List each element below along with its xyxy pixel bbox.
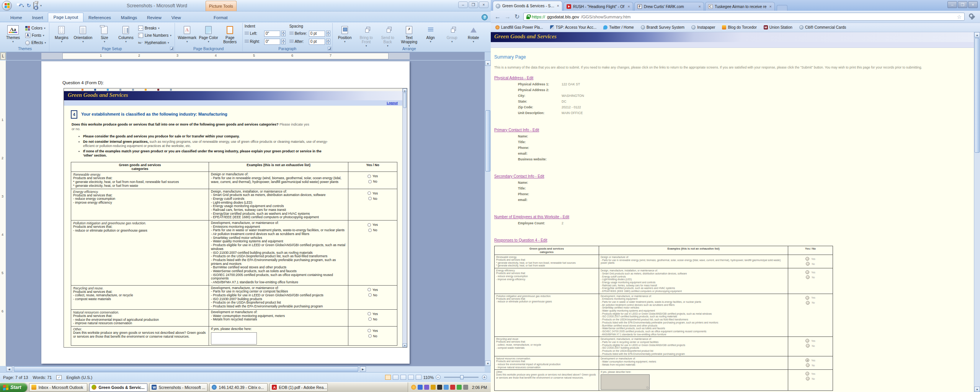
scroll-up-icon[interactable]: ▲ [403,88,407,92]
tray-reminder-icon[interactable] [411,385,416,390]
scroll-thumb[interactable] [975,38,980,153]
orientation-button[interactable]: Orientation▾ [73,24,93,45]
theme-colors-button[interactable]: Colors▾ [24,25,47,31]
bookmark-twitter[interactable]: Twitter / Home [603,25,634,29]
physical-address-edit-link[interactable]: Physical Address - Edit [494,76,533,80]
radio-no[interactable] [806,363,810,367]
radio-no[interactable] [806,301,810,305]
bookmark-instapaper[interactable]: Instapaper [691,25,715,29]
group-button[interactable]: Group▾ [442,24,462,45]
tray-lock-icon[interactable] [431,385,436,390]
radio-no[interactable] [368,180,372,183]
tab-format[interactable]: Format [209,13,232,22]
taskbar-item-word[interactable]: WScreenshots - Microsoft ... [149,383,207,392]
vertical-ruler[interactable]: 1 2 3 4 5 6 [0,60,6,366]
tab-stop-selector[interactable]: L [0,52,6,60]
text-wrapping-button[interactable]: Text Wrapping▾ [399,24,420,47]
tab-close-icon[interactable]: ✕ [627,5,630,8]
tab-tuskegee[interactable]: C Tuskegee Airman to receive re✕ [705,2,775,11]
tab-close-icon[interactable]: ✕ [557,4,559,8]
tab-page-layout[interactable]: Page Layout [48,13,83,22]
radio-no[interactable] [368,229,372,232]
themes-button[interactable]: Aa Themes▾ [3,24,23,45]
columns-button[interactable]: Columns▾ [116,24,136,45]
redo-button[interactable]: ↻ [26,3,31,8]
tab-close-icon[interactable]: ✕ [698,5,701,8]
view-outline-button[interactable] [408,375,414,380]
zoom-in-button[interactable]: + [482,375,487,380]
bookmark-star-icon[interactable]: ☆ [957,14,962,20]
tab-references[interactable]: References [83,13,116,22]
radio-no[interactable] [806,344,810,348]
page-borders-button[interactable]: Page Borders [220,24,240,45]
spacing-before-stepper[interactable]: ▲▼ [326,31,330,36]
radio-yes[interactable] [368,175,371,178]
radio-no[interactable] [368,293,372,297]
tab-mailings[interactable]: Mailings [116,13,142,22]
close-button[interactable]: × [968,1,978,8]
radio-yes[interactable] [805,296,809,300]
address-bar[interactable]: https://ggsdatat.bls.gov/GGS/showSummary… [523,13,965,21]
bookmark-brandt[interactable]: Brandt Survey System [641,25,684,29]
scroll-thumb[interactable] [485,110,490,172]
page-indicator[interactable]: Page: 7 of 13 [3,375,28,380]
radio-no[interactable] [368,334,372,338]
horizontal-ruler[interactable]: 1 2 3 4 5 6 7 [6,52,485,60]
document-page[interactable]: Question 4 (Form D): Green Goods and Ser… [41,61,410,364]
bookmark-torcedor[interactable]: Blog do Torcedor [722,25,756,29]
spacing-after-field[interactable]: 0 pt [309,39,325,45]
indent-left-stepper[interactable]: ▲▼ [281,31,286,36]
rotate-button[interactable]: Rotate▾ [463,24,484,45]
reload-icon[interactable]: ↻ [514,14,519,20]
tab-review[interactable]: Review [142,13,167,22]
tray-volume-icon[interactable] [437,385,442,390]
taskbar-item-citrix[interactable]: 146.142.40.39 - Citrix o... [209,383,268,392]
radio-yes[interactable] [805,257,809,261]
scroll-thumb[interactable] [403,93,407,108]
indent-right-stepper[interactable]: ▲▼ [281,39,286,44]
tab-ggs-summary[interactable]: Green Goods & Services - Sum✕ [493,1,562,11]
theme-fonts-button[interactable]: AFonts▾ [24,32,47,39]
responses-edit-link[interactable]: Responses to Question 4 - Edit [494,238,547,242]
word-count[interactable]: Words: 71 [33,375,52,380]
radio-no[interactable] [368,317,372,321]
radio-no[interactable] [806,275,810,279]
tray-pointer-icon[interactable] [463,385,468,390]
zoom-slider-thumb[interactable] [460,375,464,379]
scroll-up-icon[interactable]: ▲ [974,32,980,38]
taskbar-item-ggs-browser[interactable]: Green Goods & Servic... [89,383,147,392]
align-button[interactable]: Align▾ [420,24,441,45]
zoom-slider[interactable] [444,377,479,378]
embedded-screenshot[interactable]: Green Goods and Services Logout 4 Your e… [64,88,407,348]
tab-youtube-rush[interactable]: RUSH - "Headlong Flight" - Of✕ [564,2,633,11]
radio-yes[interactable] [368,288,371,291]
scroll-down-icon[interactable]: ▼ [485,361,491,366]
minimize-button[interactable]: – [947,1,957,8]
radio-yes-selected[interactable] [805,358,809,362]
start-button[interactable]: Start [0,383,27,392]
bookmark-landfill[interactable]: Landfill Gas Power Pla... [495,25,543,29]
logout-link[interactable]: Logout [387,101,398,105]
tab-fark[interactable]: F Drew Curtis' FARK.com✕ [634,2,704,11]
radio-yes[interactable] [368,312,371,315]
radio-yes[interactable] [368,191,371,195]
scroll-thumb[interactable] [14,366,358,372]
scroll-down-icon[interactable]: ▼ [974,387,980,392]
tab-home[interactable]: Home [5,13,27,22]
taskbar-item-outlook[interactable]: Inbox - Microsoft Outlook [29,383,87,392]
wrench-menu-icon[interactable] [969,13,976,21]
close-button[interactable]: × [479,2,488,8]
tray-security-icon[interactable] [457,385,462,390]
taskbar-item-adobe[interactable]: AEOB (1).pdf - Adobe Rea... [270,383,328,392]
view-draft-button[interactable] [416,375,421,380]
minimize-button[interactable]: – [458,2,468,8]
new-tab-button[interactable] [777,5,787,11]
indent-left-field[interactable]: 0" [264,31,280,37]
back-icon[interactable]: ← [495,14,501,20]
radio-yes[interactable] [805,339,809,343]
size-button[interactable]: Size▾ [94,24,115,45]
indent-right-field[interactable]: 0" [264,39,280,45]
margins-button[interactable]: Margins▾ [51,24,72,45]
theme-effects-button[interactable]: Effects▾ [24,39,47,46]
radio-yes[interactable] [805,270,809,274]
